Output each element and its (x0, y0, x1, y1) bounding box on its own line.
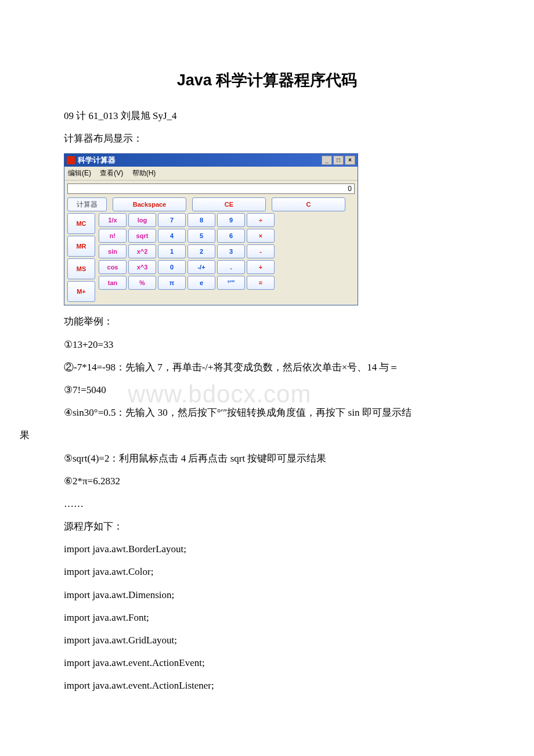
subtitle-line: 09 计 61_013 刘晨旭 SyJ_4 (64, 108, 470, 124)
menubar: 编辑(E) 查看(V) 帮助(H) (64, 167, 358, 181)
num-1[interactable]: 1 (158, 244, 186, 258)
mc-button[interactable]: MC (67, 213, 95, 234)
window-title: 科学计算器 (78, 155, 116, 165)
calc-label: 计算器 (67, 197, 107, 211)
mplus-button[interactable]: M+ (67, 281, 95, 302)
minimize-button[interactable]: _ (322, 156, 332, 165)
maximize-button[interactable]: □ (333, 156, 344, 165)
num-3[interactable]: 3 (217, 244, 245, 258)
examples-label: 功能举例： (64, 314, 470, 329)
code-line: import java.awt.Font; (64, 610, 470, 625)
page-title: Java 科学计算器程序代码 (64, 70, 470, 91)
ellipsis: …… (64, 496, 470, 512)
example-2: ②-7*14=-98：先输入 7，再单击-/+将其变成负数，然后依次单击×号、1… (64, 359, 470, 375)
example-6: ⑥2*π=6.2832 (64, 473, 470, 489)
fn-tan[interactable]: tan (99, 276, 127, 290)
num-e[interactable]: e (187, 276, 215, 290)
example-4b: 果 (20, 427, 470, 443)
num-6[interactable]: 6 (217, 229, 245, 243)
fn-cube[interactable]: x^3 (128, 260, 156, 274)
code-line: import java.awt.BorderLayout; (64, 541, 470, 557)
code-line: import java.awt.Dimension; (64, 587, 470, 603)
example-1: ①13+20=33 (64, 337, 470, 352)
num-pi[interactable]: π (158, 276, 186, 290)
num-7[interactable]: 7 (158, 213, 186, 227)
example-4a: ④sin30°=0.5：先输入 30，然后按下°′″按钮转换成角度值，再按下 s… (64, 405, 470, 420)
ms-button[interactable]: MS (67, 258, 95, 279)
op-equals[interactable]: = (247, 276, 275, 290)
num-dms[interactable]: °′″ (217, 276, 245, 290)
backspace-button[interactable]: Backspace (113, 197, 186, 211)
op-multiply[interactable]: × (247, 229, 275, 243)
example-5: ⑤sqrt(4)=2：利用鼠标点击 4 后再点击 sqrt 按键即可显示结果 (64, 451, 470, 466)
op-divide[interactable]: ÷ (247, 213, 275, 227)
fn-sin[interactable]: sin (99, 244, 127, 258)
close-button[interactable]: × (345, 156, 355, 165)
fn-reciprocal[interactable]: 1/x (99, 213, 127, 227)
code-line: import java.awt.event.ActionEvent; (64, 655, 470, 671)
code-line: import java.awt.event.ActionListener; (64, 678, 470, 693)
num-4[interactable]: 4 (158, 229, 186, 243)
fn-log[interactable]: log (128, 213, 156, 227)
menu-edit[interactable]: 编辑(E) (68, 169, 91, 177)
menu-help[interactable]: 帮助(H) (132, 169, 156, 177)
window-titlebar: 科学计算器 _ □ × (64, 154, 358, 167)
op-minus[interactable]: - (247, 244, 275, 258)
op-plus[interactable]: + (247, 260, 275, 274)
source-label: 源程序如下： (64, 519, 470, 534)
num-2[interactable]: 2 (187, 244, 215, 258)
app-icon (67, 156, 75, 164)
num-sign[interactable]: -/+ (187, 260, 215, 274)
fn-sqrt[interactable]: sqrt (128, 229, 156, 243)
fn-factorial[interactable]: n! (99, 229, 127, 243)
num-0[interactable]: 0 (158, 260, 186, 274)
mr-button[interactable]: MR (67, 236, 95, 257)
layout-label: 计算器布局显示： (64, 131, 470, 146)
num-9[interactable]: 9 (217, 213, 245, 227)
code-line: import java.awt.Color; (64, 564, 470, 579)
code-line: import java.awt.GridLayout; (64, 632, 470, 648)
fn-percent[interactable]: % (128, 276, 156, 290)
calc-display: 0 (67, 183, 355, 194)
c-button[interactable]: C (272, 197, 345, 211)
fn-cos[interactable]: cos (99, 260, 127, 274)
example-3: ③7!=5040 (64, 382, 470, 398)
ce-button[interactable]: CE (192, 197, 266, 211)
fn-sq[interactable]: x^2 (128, 244, 156, 258)
num-5[interactable]: 5 (187, 229, 215, 243)
num-dot[interactable]: . (217, 260, 245, 274)
num-8[interactable]: 8 (187, 213, 215, 227)
menu-view[interactable]: 查看(V) (100, 169, 123, 177)
calculator-window: 科学计算器 _ □ × 编辑(E) 查看(V) 帮助(H) 0 计算器 Back… (64, 153, 358, 305)
